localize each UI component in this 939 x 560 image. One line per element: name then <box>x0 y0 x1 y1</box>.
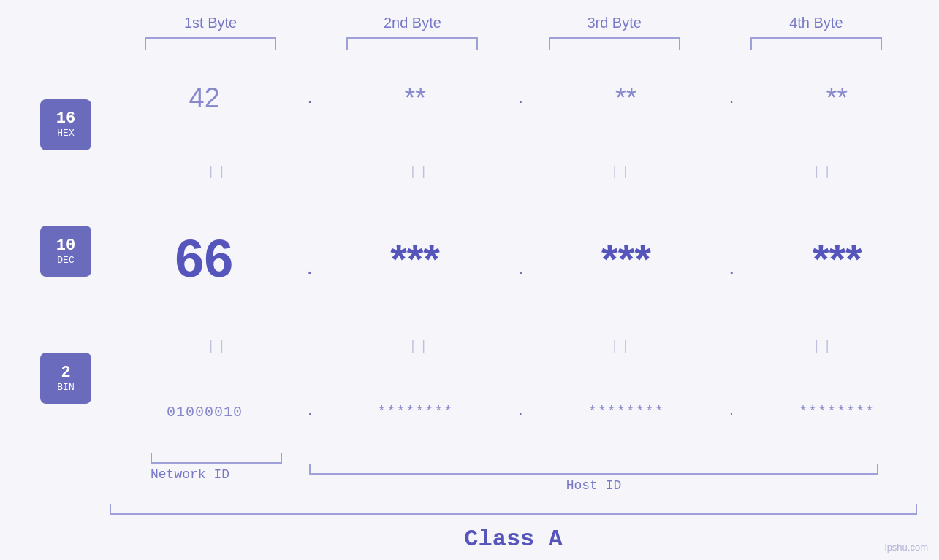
class-label-row: Class A <box>110 526 917 553</box>
byte-headers-row: 1st Byte 2nd Byte 3rd Byte 4th Byte <box>110 15 917 31</box>
bottom-section: Network ID Host ID Class A <box>0 453 939 553</box>
dec-badge-label: DEC <box>57 255 74 266</box>
dec-value-3: *** <box>601 235 651 283</box>
dbl-bar-cell-1b: || <box>346 164 493 179</box>
bin-bottom-brackets <box>110 453 917 464</box>
byte3-header: 3rd Byte <box>541 15 688 31</box>
dec-badge-number: 10 <box>56 237 75 255</box>
top-brackets-row <box>110 37 917 50</box>
dec-dot-2: . <box>516 261 525 278</box>
hex-dot-3: . <box>728 93 735 107</box>
hex-cell-4: ** <box>764 83 910 114</box>
network-id-label: Network ID <box>151 467 229 482</box>
bin-dot-3: . <box>729 406 734 418</box>
hex-cell-1: 42 <box>132 83 278 114</box>
host-id-bracket <box>309 464 878 475</box>
hex-badge-label: HEX <box>57 128 74 139</box>
full-bottom-bracket <box>110 504 917 515</box>
host-id-section: Host ID <box>278 464 910 493</box>
hex-badge-number: 16 <box>56 110 75 128</box>
top-section: 1st Byte 2nd Byte 3rd Byte 4th Byte <box>0 0 939 50</box>
dbl-bar-2: || || || || <box>117 339 924 353</box>
network-id-section: Network ID <box>117 464 263 482</box>
bin-bracket-spacer2 <box>547 453 678 464</box>
main-layout: 1st Byte 2nd Byte 3rd Byte 4th Byte 16 H… <box>0 0 939 560</box>
dec-cell-3: *** <box>553 234 699 283</box>
bin-bracket-spacer3 <box>745 453 876 464</box>
bin-value-4: ******** <box>799 404 875 421</box>
bin-dot-1: . <box>307 406 313 418</box>
bin-bracket-1 <box>151 453 282 464</box>
hex-value-2: ** <box>404 83 426 113</box>
dbl-bar-cell-1a: || <box>145 164 291 179</box>
hex-row-group: 42 . ** . ** . ** <box>117 83 924 114</box>
bin-dot-2: . <box>517 406 523 418</box>
bin-row-group: 01000010 . ******** . ******** . *******… <box>117 404 924 421</box>
bin-badge-label: BIN <box>57 382 74 393</box>
dec-row-group: 66 . *** . *** . *** <box>117 229 924 288</box>
top-bracket-4 <box>750 37 882 50</box>
rows-column: 42 . ** . ** . ** <box>110 50 939 453</box>
host-id-label: Host ID <box>566 478 622 493</box>
network-host-row: Network ID Host ID <box>110 464 917 493</box>
dec-cell-4: *** <box>764 234 911 283</box>
bin-value-1: 01000010 <box>167 404 243 421</box>
bin-value-2: ******** <box>377 404 453 421</box>
byte1-header: 1st Byte <box>137 15 284 31</box>
dec-value-4: *** <box>813 235 862 283</box>
dbl-bar-cell-2a: || <box>145 339 291 353</box>
dbl-bar-cell-2d: || <box>750 339 897 353</box>
bin-value-3: ******** <box>588 404 664 421</box>
hex-value-3: ** <box>615 83 637 113</box>
dec-dot-1: . <box>305 261 314 278</box>
badges-column: 16 HEX 10 DEC 2 BIN <box>22 50 110 453</box>
dec-cell-2: *** <box>342 234 488 283</box>
hex-ip-row: 42 . ** . ** . ** <box>117 83 924 114</box>
byte4-header: 4th Byte <box>743 15 889 31</box>
bin-badge-number: 2 <box>61 364 70 382</box>
dbl-bar-1: || || || || <box>117 164 924 179</box>
watermark: ipshu.com <box>885 542 928 553</box>
dbl-bar-cell-2c: || <box>549 339 695 353</box>
dec-badge: 10 DEC <box>40 226 91 277</box>
hex-dot-1: . <box>306 93 313 107</box>
class-label: Class A <box>464 526 562 553</box>
bin-badge: 2 BIN <box>40 353 91 404</box>
bin-cell-2: ******** <box>342 404 488 421</box>
top-bracket-1 <box>145 37 276 50</box>
dec-dot-3: . <box>727 261 736 278</box>
middle-section: 16 HEX 10 DEC 2 BIN 42 . <box>0 50 939 453</box>
bin-cell-1: 01000010 <box>132 404 278 421</box>
bin-cell-3: ******** <box>553 404 699 421</box>
top-bracket-3 <box>549 37 680 50</box>
hex-badge: 16 HEX <box>40 99 91 150</box>
dec-cell-1: 66 <box>131 229 277 288</box>
hex-cell-3: ** <box>553 83 699 114</box>
hex-dot-2: . <box>517 93 525 107</box>
top-bracket-2 <box>346 37 478 50</box>
dbl-bar-cell-2b: || <box>346 339 493 353</box>
hex-value-1: 42 <box>189 83 220 113</box>
byte2-header: 2nd Byte <box>339 15 485 31</box>
dec-value-1: 66 <box>175 229 233 288</box>
dec-ip-row: 66 . *** . *** . *** <box>117 229 924 288</box>
dec-value-2: *** <box>390 235 440 283</box>
dbl-bar-cell-1d: || <box>750 164 897 179</box>
bin-bracket-spacer <box>349 453 480 464</box>
bin-ip-row: 01000010 . ******** . ******** . *******… <box>117 404 924 421</box>
hex-value-4: ** <box>826 83 848 113</box>
dbl-bar-cell-1c: || <box>549 164 695 179</box>
bin-cell-4: ******** <box>764 404 910 421</box>
hex-cell-2: ** <box>342 83 488 114</box>
